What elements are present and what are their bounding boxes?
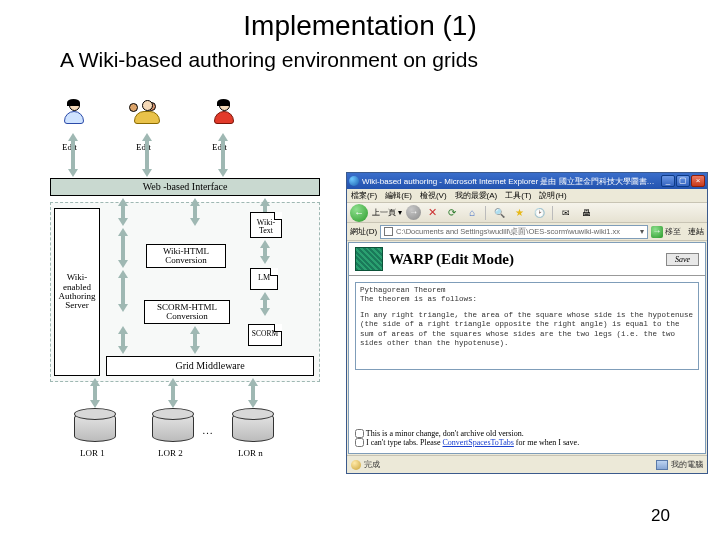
arrow-lor-1 xyxy=(90,378,102,408)
arrow-wh-l xyxy=(118,228,130,268)
back-label: 上一頁 ▾ xyxy=(372,207,402,218)
computer-icon xyxy=(656,460,668,470)
wiki-textarea[interactable]: Pythagorean Theorem The theorem is as fo… xyxy=(355,282,699,370)
grid-middleware-box: Grid Middleware xyxy=(106,356,314,376)
address-label: 網址(D) xyxy=(350,226,377,237)
warp-header: WARP (Edit Mode) Save xyxy=(349,243,705,276)
scorm-doc: SCORM xyxy=(248,324,282,346)
mail-button[interactable]: ✉ xyxy=(557,205,575,221)
refresh-button[interactable]: ⟳ xyxy=(443,205,461,221)
convert-tabs-link[interactable]: ConvertSpacesToTabs xyxy=(443,438,514,447)
edit-line-2: The theorem is as follows: xyxy=(360,295,694,304)
lor-2-icon xyxy=(152,412,194,442)
ie-icon xyxy=(349,176,359,186)
minor-change-option[interactable]: This is a minor change, don't archive ol… xyxy=(355,429,579,438)
status-done: 完成 xyxy=(364,459,380,470)
slide-subtitle: A Wiki-based authoring environment on gr… xyxy=(0,42,720,72)
arrow-edit-3 xyxy=(218,133,230,177)
menu-bar: 檔案(F) 編輯(E) 檢視(V) 我的最愛(A) 工具(T) 說明(H) xyxy=(347,189,707,203)
close-button[interactable]: × xyxy=(691,175,705,187)
arrow-wh-r xyxy=(260,240,272,264)
arrow-edit-1 xyxy=(68,133,80,177)
arrow-gm-2 xyxy=(190,326,202,354)
address-input[interactable]: C:\Documents and Settings\wudill\桌面\OES-… xyxy=(380,225,648,239)
maximize-button[interactable]: ▢ xyxy=(676,175,690,187)
arrow-sh-r xyxy=(260,292,272,316)
convert-tabs-option[interactable]: I can't type tabs. Please ConvertSpacesT… xyxy=(355,438,579,447)
arrow-sh-l xyxy=(118,270,130,312)
convert-tabs-label-a: I can't type tabs. Please xyxy=(366,438,443,447)
window-title: Wiki-based authoring - Microsoft Interne… xyxy=(362,176,661,187)
menu-tools[interactable]: 工具(T) xyxy=(505,190,531,201)
content-area: Edit Edit Edit Web -based Interface Wiki… xyxy=(50,100,680,500)
lor-n-icon xyxy=(232,412,274,442)
wiki-html-box: Wiki-HTML Conversion xyxy=(146,244,226,268)
slide-title: Implementation (1) xyxy=(0,0,720,42)
scorm-html-box: SCORM-HTML Conversion xyxy=(144,300,230,324)
wiki-server-box: Wiki-enabled Authoring Server xyxy=(54,208,100,376)
menu-help[interactable]: 說明(H) xyxy=(539,190,566,201)
dropdown-icon[interactable]: ▾ xyxy=(640,227,644,236)
page-content: WARP (Edit Mode) Save Pythagorean Theore… xyxy=(348,242,706,454)
menu-edit[interactable]: 編輯(E) xyxy=(385,190,412,201)
web-interface-box: Web -based Interface xyxy=(50,178,320,196)
lm-doc: LM xyxy=(250,268,278,290)
lor-2-label: LOR 2 xyxy=(158,448,183,458)
toolbar: ← 上一頁 ▾ → ✕ ⟳ ⌂ 🔍 ★ 🕑 ✉ 🖶 xyxy=(347,203,707,223)
status-zone: 我的電腦 xyxy=(671,459,703,470)
user-icon-single xyxy=(60,100,88,128)
warp-logo-icon xyxy=(355,247,383,271)
history-button[interactable]: 🕑 xyxy=(530,205,548,221)
go-label: 移至 xyxy=(665,226,681,237)
back-button[interactable]: ← xyxy=(350,204,368,222)
options-area: This is a minor change, don't archive ol… xyxy=(355,429,579,447)
arrow-if-1 xyxy=(118,198,130,226)
arrow-lor-2 xyxy=(168,378,180,408)
favorites-button[interactable]: ★ xyxy=(510,205,528,221)
address-bar-row: 網址(D) C:\Documents and Settings\wudill\桌… xyxy=(347,223,707,241)
arrow-gm-1 xyxy=(118,326,130,354)
minimize-button[interactable]: _ xyxy=(661,175,675,187)
lor-1-icon xyxy=(74,412,116,442)
links-label[interactable]: 連結 xyxy=(688,226,704,237)
menu-fav[interactable]: 我的最愛(A) xyxy=(455,190,498,201)
done-icon xyxy=(351,460,361,470)
user-icon-admin xyxy=(210,100,238,128)
wiki-text-doc: Wiki-Text xyxy=(250,212,282,238)
edit-body: In any right triangle, the area of the s… xyxy=(360,311,694,349)
warp-title: WARP (Edit Mode) xyxy=(389,251,514,268)
status-bar: 完成 我的電腦 xyxy=(347,455,707,473)
lor-n-label: LOR n xyxy=(238,448,263,458)
page-number: 20 xyxy=(651,506,670,526)
go-button[interactable]: → 移至 xyxy=(651,226,681,238)
minor-change-label: This is a minor change, don't archive ol… xyxy=(366,429,524,438)
architecture-diagram: Edit Edit Edit Web -based Interface Wiki… xyxy=(50,100,340,500)
arrow-edit-2 xyxy=(142,133,154,177)
go-arrow-icon: → xyxy=(651,226,663,238)
user-icon-group xyxy=(133,100,161,128)
print-button[interactable]: 🖶 xyxy=(577,205,595,221)
browser-window: Wiki-based authoring - Microsoft Interne… xyxy=(346,172,708,474)
menu-file[interactable]: 檔案(F) xyxy=(351,190,377,201)
arrow-if-2 xyxy=(190,198,202,226)
title-bar[interactable]: Wiki-based authoring - Microsoft Interne… xyxy=(347,173,707,189)
menu-view[interactable]: 檢視(V) xyxy=(420,190,447,201)
page-icon xyxy=(384,227,393,236)
address-text: C:\Documents and Settings\wudill\桌面\OES-… xyxy=(396,227,620,237)
forward-button[interactable]: → xyxy=(406,205,421,220)
edit-line-1: Pythagorean Theorem xyxy=(360,286,694,295)
home-button[interactable]: ⌂ xyxy=(463,205,481,221)
save-button[interactable]: Save xyxy=(666,253,699,266)
stop-button[interactable]: ✕ xyxy=(423,205,441,221)
ellipsis: … xyxy=(202,424,215,436)
arrow-lor-n xyxy=(248,378,260,408)
search-button[interactable]: 🔍 xyxy=(490,205,508,221)
convert-tabs-label-b: for me when I save. xyxy=(514,438,579,447)
lor-1-label: LOR 1 xyxy=(80,448,105,458)
